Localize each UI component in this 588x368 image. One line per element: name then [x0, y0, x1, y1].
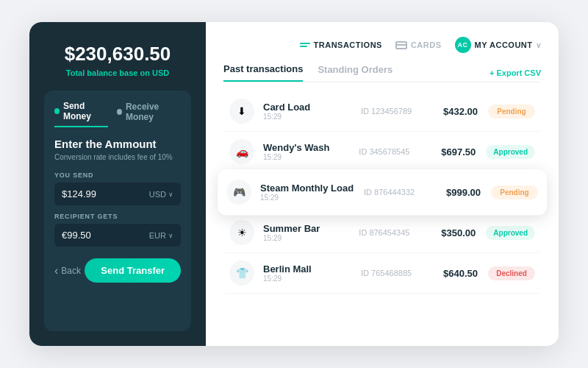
nav-cards[interactable]: CARDS: [395, 40, 442, 49]
you-send-label: YOU SEND: [54, 171, 181, 179]
nav-account[interactable]: AC MY ACCOUNT: [455, 37, 541, 53]
txn-id: ID 765468885: [361, 269, 427, 277]
txn-amount: $350.00: [435, 227, 476, 238]
tab-standing-orders[interactable]: Standing Orders: [318, 64, 392, 81]
card-tabs: Send Money Receive Money: [54, 101, 181, 127]
txn-status-badge: Approved: [486, 226, 535, 240]
txn-amount: $432.00: [437, 106, 478, 117]
balance-label: Total balance base on USD: [66, 68, 169, 77]
txn-icon: 👕: [229, 261, 254, 286]
recipient-gets-currency[interactable]: EUR: [149, 231, 173, 240]
card-panel: Send Money Receive Money Enter the Ammou…: [44, 91, 191, 331]
send-tab-icon: [54, 108, 60, 114]
txn-time: 15:29: [263, 153, 359, 161]
table-row[interactable]: 🎮 Steam Monthly Load 15:29 ID 876444332 …: [218, 169, 547, 216]
tab-receive-money[interactable]: Receive Money: [117, 101, 181, 127]
form-actions: Back Send Transfer: [54, 258, 181, 283]
nav-transactions[interactable]: TRANSACTIONS: [300, 40, 382, 49]
txn-amount: $999.00: [440, 187, 481, 198]
form-title: Enter the Ammount: [54, 138, 181, 150]
table-row[interactable]: ☀ Summer Bar 15:29 ID 876454345 $350.00 …: [223, 213, 541, 253]
transactions-icon: [300, 40, 310, 49]
txn-name: Summer Bar: [263, 223, 359, 234]
send-transfer-button[interactable]: Send Transfer: [85, 258, 181, 283]
left-panel: $230,630.50 Total balance base on USD Se…: [29, 22, 206, 346]
recipient-gets-input[interactable]: €99.50 EUR: [54, 224, 181, 247]
app-container: $230,630.50 Total balance base on USD Se…: [29, 22, 559, 346]
txn-amount: $697.50: [435, 146, 476, 158]
receive-tab-icon: [117, 109, 122, 115]
txn-name: Wendy's Wash: [263, 142, 359, 153]
txn-name: Steam Monthly Load: [260, 183, 364, 194]
top-nav: TRANSACTIONS CARDS AC MY ACCOUNT: [223, 37, 541, 53]
txn-id: ID 876444332: [364, 188, 430, 197]
balance-amount: $230,630.50: [65, 43, 171, 66]
txn-status-badge: Approved: [486, 145, 535, 159]
txn-amount: $640.50: [437, 268, 478, 279]
recipient-gets-label: RECIPIENT GETS: [54, 213, 181, 220]
txn-id: ID 876454345: [359, 228, 425, 237]
txn-icon: 🚗: [229, 139, 254, 164]
nav-cards-label: CARDS: [411, 40, 442, 49]
you-send-currency[interactable]: USD: [149, 190, 173, 199]
right-panel: TRANSACTIONS CARDS AC MY ACCOUNT Past tr…: [206, 22, 559, 346]
back-button[interactable]: Back: [54, 264, 81, 277]
you-send-input[interactable]: $124.99 USD: [54, 183, 181, 205]
table-row[interactable]: ⬇ Card Load 15:29 ID 123456789 $432.00 P…: [223, 91, 541, 132]
txn-id: ID 123456789: [361, 107, 427, 116]
txn-name: Berlin Mall: [263, 263, 361, 275]
recipient-gets-value: €99.50: [62, 230, 91, 241]
txn-status-badge: Declined: [488, 266, 535, 280]
txn-icon: ⬇: [229, 99, 254, 124]
txn-status-badge: Pending: [491, 185, 538, 199]
txn-time: 15:29: [263, 113, 361, 121]
txn-id: ID 345678545: [359, 147, 425, 156]
txn-time: 15:29: [260, 194, 364, 202]
nav-transactions-label: TRANSACTIONS: [314, 40, 382, 49]
txn-icon: 🎮: [226, 180, 251, 205]
txn-time: 15:29: [263, 234, 359, 242]
tab-past-transactions[interactable]: Past transactions: [223, 63, 303, 82]
txn-icon: ☀: [229, 220, 254, 245]
you-send-value: $124.99: [62, 188, 96, 199]
tabs-row: Past transactions Standing Orders + Expo…: [223, 63, 541, 82]
txn-name: Card Load: [263, 102, 361, 113]
txn-status-badge: Pending: [488, 105, 535, 118]
txn-time: 15:29: [263, 275, 361, 283]
avatar: AC: [455, 37, 471, 53]
account-label[interactable]: MY ACCOUNT: [475, 40, 541, 49]
export-csv-button[interactable]: + Export CSV: [490, 68, 541, 77]
balance-currency: USD: [152, 68, 169, 77]
cards-icon: [395, 41, 407, 49]
form-subtitle: Conversion rate includes fee of 10%: [54, 153, 181, 161]
transactions-list: ⬇ Card Load 15:29 ID 123456789 $432.00 P…: [223, 91, 541, 294]
table-row[interactable]: 🚗 Wendy's Wash 15:29 ID 345678545 $697.5…: [223, 132, 541, 172]
table-row[interactable]: 👕 Berlin Mall 15:29 ID 765468885 $640.50…: [223, 253, 541, 294]
tab-send-money[interactable]: Send Money: [54, 101, 108, 127]
